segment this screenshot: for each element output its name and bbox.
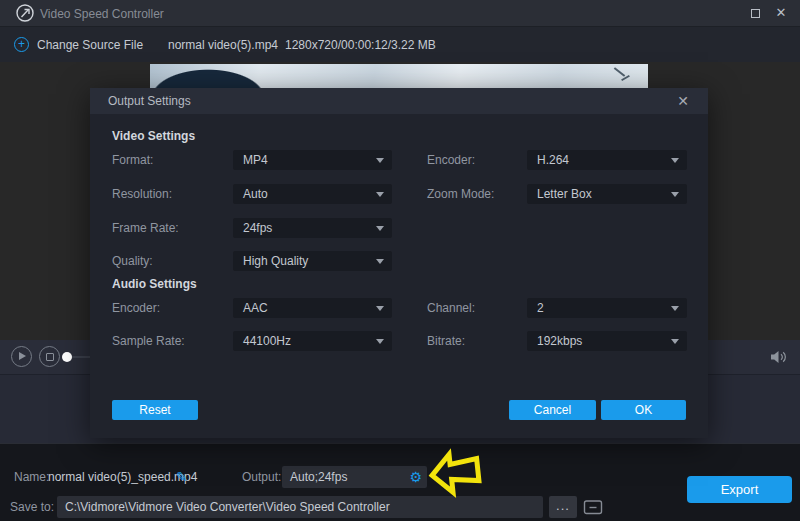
save-to-label: Save to: <box>10 496 54 518</box>
chevron-down-icon <box>671 158 679 163</box>
audio-settings-heading: Audio Settings <box>112 277 197 291</box>
dialog-close-button[interactable]: ✕ <box>673 91 693 111</box>
export-footer: Name: normal video(5)_speed.mp4 ✎ Output… <box>0 443 800 521</box>
channel-select[interactable]: 2 <box>527 298 687 318</box>
open-folder-icon[interactable] <box>583 499 603 515</box>
channel-label: Channel: <box>427 298 475 318</box>
name-label: Name: <box>14 466 49 488</box>
sample-rate-select[interactable]: 44100Hz <box>233 331 392 351</box>
format-value: MP4 <box>243 153 268 167</box>
audio-encoder-value: AAC <box>243 301 268 315</box>
chevron-down-icon <box>376 259 384 264</box>
chevron-down-icon <box>671 339 679 344</box>
audio-encoder-label: Encoder: <box>112 298 160 318</box>
close-button[interactable]: ✕ <box>766 0 796 26</box>
bitrate-value: 192kbps <box>537 334 582 348</box>
chevron-down-icon <box>671 306 679 311</box>
window-title: Video Speed Controller <box>40 7 164 21</box>
source-file-name: normal video(5).mp4 <box>168 38 278 52</box>
reset-button[interactable]: Reset <box>112 400 198 420</box>
save-path-field[interactable]: C:\Vidmore\Vidmore Video Converter\Video… <box>57 496 543 518</box>
output-format-field[interactable]: Auto;24fps ⚙ <box>282 466 427 488</box>
video-frame <box>150 64 648 90</box>
source-toolbar: + Change Source File normal video(5).mp4… <box>0 26 800 62</box>
zoom-mode-value: Letter Box <box>537 187 592 201</box>
resolution-value: Auto <box>243 187 268 201</box>
output-settings-gear-icon[interactable]: ⚙ <box>409 466 422 488</box>
stop-button[interactable] <box>39 346 60 367</box>
quality-select[interactable]: High Quality <box>233 251 392 271</box>
stop-icon <box>46 353 54 361</box>
frame-rate-value: 24fps <box>243 221 272 235</box>
format-select[interactable]: MP4 <box>233 150 392 170</box>
chevron-down-icon <box>671 192 679 197</box>
annotation-arrow-icon <box>425 444 484 501</box>
video-encoder-label: Encoder: <box>427 150 475 170</box>
ok-button[interactable]: OK <box>601 400 686 420</box>
frame-rate-label: Frame Rate: <box>112 218 179 238</box>
chevron-down-icon <box>376 158 384 163</box>
chevron-down-icon <box>376 339 384 344</box>
bitrate-select[interactable]: 192kbps <box>527 331 687 351</box>
resolution-select[interactable]: Auto <box>233 184 392 204</box>
volume-icon[interactable] <box>770 350 788 364</box>
app-logo-icon <box>16 4 34 22</box>
cancel-button[interactable]: Cancel <box>509 400 596 420</box>
video-detail-mark <box>614 67 625 77</box>
audio-encoder-select[interactable]: AAC <box>233 298 392 318</box>
video-encoder-value: H.264 <box>537 153 569 167</box>
output-name-value: normal video(5)_speed.mp4 <box>48 466 197 488</box>
chevron-down-icon <box>376 192 384 197</box>
browse-folder-button[interactable]: ... <box>549 496 577 518</box>
channel-value: 2 <box>537 301 544 315</box>
source-file-info: 1280x720/00:00:12/3.22 MB <box>285 38 436 52</box>
title-bar: Video Speed Controller ✕ <box>0 0 800 26</box>
edit-name-icon[interactable]: ✎ <box>176 466 188 488</box>
zoom-mode-label: Zoom Mode: <box>427 184 494 204</box>
chevron-down-icon <box>376 226 384 231</box>
dialog-title: Output Settings <box>108 94 191 108</box>
maximize-icon <box>751 9 760 18</box>
play-button[interactable] <box>11 346 32 367</box>
sample-rate-value: 44100Hz <box>243 334 291 348</box>
quality-value: High Quality <box>243 254 308 268</box>
sample-rate-label: Sample Rate: <box>112 331 185 351</box>
resolution-label: Resolution: <box>112 184 172 204</box>
play-icon <box>19 352 26 360</box>
output-format-value: Auto;24fps <box>290 466 347 488</box>
export-button[interactable]: Export <box>687 476 792 503</box>
zoom-mode-select[interactable]: Letter Box <box>527 184 687 204</box>
chevron-down-icon <box>376 306 384 311</box>
change-source-button[interactable]: Change Source File <box>37 38 143 52</box>
app-window: Video Speed Controller ✕ + Change Source… <box>0 0 800 521</box>
video-encoder-select[interactable]: H.264 <box>527 150 687 170</box>
output-label: Output: <box>242 466 281 488</box>
quality-label: Quality: <box>112 251 153 271</box>
frame-rate-select[interactable]: 24fps <box>233 218 392 238</box>
bitrate-label: Bitrate: <box>427 331 465 351</box>
video-settings-heading: Video Settings <box>112 129 195 143</box>
playhead-handle[interactable] <box>62 352 72 362</box>
format-label: Format: <box>112 150 153 170</box>
output-settings-dialog: Output Settings ✕ Video Settings Format:… <box>90 88 708 438</box>
dialog-header: Output Settings ✕ <box>90 88 708 114</box>
add-source-icon[interactable]: + <box>14 37 29 52</box>
